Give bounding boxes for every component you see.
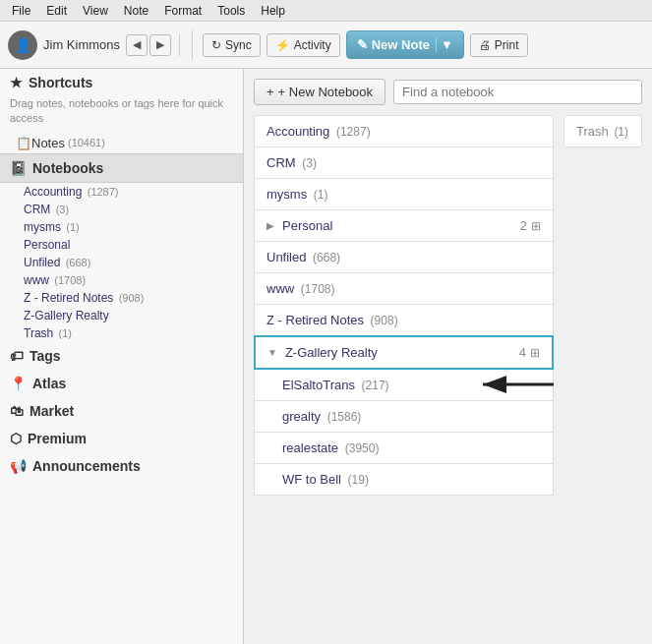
sub-notebook-elsaltotrans-name: ElSaltoTrans (282, 378, 355, 392)
notebook-unfiled-name: Unfiled (267, 250, 306, 264)
gallery-realty-expand-icon[interactable]: ▼ (267, 347, 277, 358)
sidebar-item-crm[interactable]: CRM (3) (0, 201, 243, 218)
atlas-label: Atlas (32, 376, 66, 391)
notebooks-icon: 📓 (10, 160, 27, 176)
notebook-www[interactable]: www (1708) (254, 272, 554, 304)
sidebar-item-mysms[interactable]: mysms (1) (0, 218, 243, 236)
print-icon: 🖨 (479, 38, 491, 52)
notebook-crm-name: CRM (267, 155, 296, 170)
notebook-personal-stack-icon: ⊞ (531, 219, 541, 233)
notebook-gallery-realty-stack-icon: ⊞ (530, 346, 540, 360)
new-note-dropdown[interactable]: ▼ (436, 37, 453, 52)
notebook-mysms[interactable]: mysms (1) (254, 178, 554, 209)
shortcuts-sub: Drag notes, notebooks or tags here for q… (0, 96, 243, 133)
notebook-personal-meta: 2 ⊞ (520, 218, 541, 233)
premium-header[interactable]: ⬡ Premium (0, 425, 243, 452)
trash-notebook-count: (1) (614, 125, 628, 139)
sub-notebook-elsaltotrans[interactable]: ElSaltoTrans (217) (254, 370, 554, 401)
notebook-personal-count: 2 (520, 218, 527, 233)
notebooks-list: Accounting (1287) CRM (3) mysms (1) (254, 115, 554, 496)
mysms-count: (1) (66, 221, 79, 233)
notebook-mysms-name: mysms (267, 187, 307, 202)
shortcuts-header[interactable]: ★ Shortcuts (0, 69, 243, 96)
sync-button[interactable]: ↻ Sync (203, 33, 261, 57)
print-button[interactable]: 🖨 Print (470, 33, 528, 57)
tags-label: Tags (30, 348, 61, 364)
tags-icon: 🏷 (10, 348, 24, 364)
sync-label: Sync (225, 38, 252, 52)
sidebar-item-trash[interactable]: Trash (1) (0, 324, 243, 342)
sub-notebooks: ElSaltoTrans (217) (254, 370, 554, 496)
sidebar-item-accounting[interactable]: Accounting (1287) (0, 183, 243, 201)
sub-notebook-grealty-name: grealty (282, 409, 321, 424)
atlas-header[interactable]: 📍 Atlas (0, 370, 243, 397)
sub-notebook-grealty[interactable]: grealty (1586) (254, 401, 554, 433)
notebook-unfiled[interactable]: Unfiled (668) (254, 241, 554, 272)
notes-label: Notes (31, 136, 65, 150)
notes-count: (10461) (68, 137, 105, 148)
activity-button[interactable]: ⚡ Activity (267, 33, 340, 57)
menubar: File Edit View Note Format Tools Help (0, 0, 652, 22)
notebooks-sidebar-header[interactable]: 📓 Notebooks (0, 153, 243, 183)
find-notebook-input[interactable] (393, 80, 642, 104)
menu-tools[interactable]: Tools (209, 2, 253, 20)
notebook-accounting-count: (1287) (336, 125, 371, 139)
user-section: 👤 Jim Kimmons ◀ ▶ (8, 30, 193, 60)
personal-label: Personal (24, 238, 70, 252)
sidebar-item-www[interactable]: www (1708) (0, 271, 243, 289)
www-label: www (24, 273, 49, 287)
sidebar-item-notes[interactable]: 📋 Notes (10461) (0, 133, 243, 153)
main-content: + + New Notebook Accounting (1287) CRM (244, 69, 652, 644)
menu-help[interactable]: Help (253, 2, 293, 20)
notebook-gallery-realty[interactable]: ▼ Z-Gallery Realty 4 ⊞ (254, 335, 554, 370)
nav-forward-button[interactable]: ▶ (149, 34, 171, 56)
notebook-retired-notes[interactable]: Z - Retired Notes (908) (254, 304, 554, 335)
new-notebook-button[interactable]: + + New Notebook (254, 79, 385, 105)
personal-expand-icon[interactable]: ▶ (267, 220, 274, 231)
plus-icon: + (267, 85, 274, 99)
notebook-personal[interactable]: ▶ Personal 2 ⊞ (254, 209, 554, 241)
announcements-icon: 📢 (10, 458, 27, 474)
trash-panel: Trash (1) (563, 115, 642, 147)
sync-icon: ↻ (211, 38, 221, 52)
sub-notebook-elsaltotrans-count: (217) (362, 379, 389, 392)
menu-file[interactable]: File (4, 2, 38, 20)
atlas-icon: 📍 (10, 376, 27, 391)
menu-edit[interactable]: Edit (38, 2, 75, 20)
accounting-count: (1287) (88, 186, 119, 198)
sidebar-item-unfiled[interactable]: Unfiled (668) (0, 254, 243, 271)
menu-note[interactable]: Note (116, 2, 156, 20)
notebook-accounting[interactable]: Accounting (1287) (254, 115, 554, 146)
new-note-button[interactable]: ✎ New Note ▼ (346, 30, 464, 59)
sidebar-item-retired-notes[interactable]: Z - Retired Notes (908) (0, 289, 243, 307)
notebook-personal-name: Personal (282, 218, 332, 233)
crm-label: CRM (24, 203, 50, 216)
notebooks-grid: Accounting (1287) CRM (3) mysms (1) (254, 115, 642, 496)
notebook-gallery-realty-count: 4 (519, 345, 526, 360)
nav-back-button[interactable]: ◀ (126, 34, 148, 56)
sub-notebook-wftobell[interactable]: WF to Bell (19) (254, 464, 554, 496)
trash-notebook-item[interactable]: Trash (1) (563, 115, 642, 147)
menu-view[interactable]: View (75, 2, 116, 20)
menu-format[interactable]: Format (156, 2, 209, 20)
sub-notebook-realestate-name: realestate (282, 440, 338, 455)
sidebar-item-gallery-realty[interactable]: Z-Gallery Realty (0, 307, 243, 324)
tags-header[interactable]: 🏷 Tags (0, 342, 243, 370)
unfiled-count: (668) (66, 257, 91, 268)
activity-icon: ⚡ (275, 38, 290, 52)
sidebar-item-personal[interactable]: Personal (0, 236, 243, 254)
premium-icon: ⬡ (10, 431, 22, 446)
notebook-unfiled-count: (668) (313, 251, 340, 264)
accounting-label: Accounting (24, 185, 82, 199)
trash-count: (1) (59, 327, 72, 339)
unfiled-label: Unfiled (24, 256, 60, 269)
notebook-crm[interactable]: CRM (3) (254, 146, 554, 178)
notebooks-toolbar: + + New Notebook (254, 79, 642, 105)
market-header[interactable]: 🛍 Market (0, 397, 243, 425)
notebooks-label: Notebooks (32, 160, 103, 176)
announcements-header[interactable]: 📢 Announcements (0, 452, 243, 480)
sub-notebook-realestate[interactable]: realestate (3950) (254, 433, 554, 464)
retired-notes-count: (908) (119, 292, 145, 304)
new-note-icon: ✎ (357, 37, 368, 52)
sub-notebook-grealty-count: (1586) (327, 410, 362, 424)
